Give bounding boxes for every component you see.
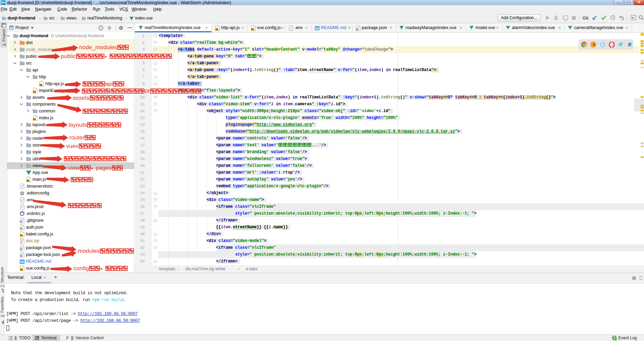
svg-text:JS: JS bbox=[40, 84, 43, 86]
svg-text:JS: JS bbox=[215, 28, 218, 30]
svg-text:MD: MD bbox=[315, 27, 319, 30]
svg-text:JS: JS bbox=[33, 91, 36, 93]
svg-text:JS: JS bbox=[251, 28, 254, 30]
svg-text:e: e bbox=[620, 42, 622, 47]
svg-text:JS: JS bbox=[27, 179, 30, 182]
svg-text:MD: MD bbox=[20, 260, 24, 263]
svg-text:JS: JS bbox=[33, 118, 36, 120]
svg-text:e: e bbox=[628, 42, 632, 47]
svg-text:JS: JS bbox=[20, 234, 23, 236]
svg-text:JS: JS bbox=[20, 268, 23, 271]
